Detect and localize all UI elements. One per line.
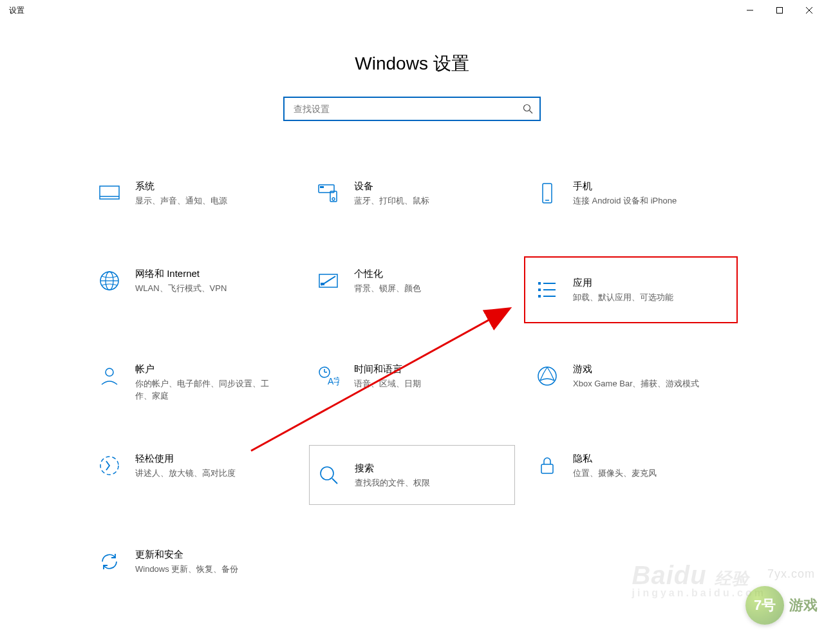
tile-title: 更新和安全: [135, 547, 238, 561]
svg-point-4: [524, 105, 530, 111]
svg-rect-19: [538, 282, 541, 285]
svg-line-33: [332, 478, 337, 484]
time-language-icon: A字: [315, 363, 341, 389]
tile-title: 时间和语言: [354, 362, 421, 375]
tile-desc: 显示、声音、通知、电源: [135, 195, 227, 207]
svg-text:A字: A字: [328, 376, 339, 386]
tile-update-security[interactable]: 更新和安全 Windows 更新、恢复、备份: [90, 541, 296, 592]
tile-title: 应用: [573, 276, 673, 289]
watermark-badge: 7号: [745, 586, 784, 625]
tile-desc: 讲述人、放大镜、高对比度: [135, 468, 236, 480]
svg-point-30: [538, 367, 556, 385]
tile-network[interactable]: 网络和 Internet WLAN、飞行模式、VPN: [90, 260, 296, 319]
tile-ease-of-access[interactable]: 轻松使用 讲述人、放大镜、高对比度: [90, 445, 296, 506]
settings-grid: 系统 显示、声音、通知、电源 设备 蓝牙、打印机、鼠标 手机 连接 Androi…: [90, 173, 734, 592]
search-input[interactable]: [292, 103, 523, 115]
close-icon: [806, 7, 812, 14]
tile-title: 轻松使用: [135, 451, 236, 465]
tile-title: 网络和 Internet: [135, 267, 227, 280]
tile-desc: 位置、摄像头、麦克风: [573, 468, 657, 480]
apps-icon: [534, 277, 560, 303]
tile-apps[interactable]: 应用 卸载、默认应用、可选功能: [528, 260, 734, 319]
tile-desc: 背景、锁屏、颜色: [354, 283, 421, 295]
svg-rect-6: [100, 186, 119, 199]
system-icon: [97, 180, 122, 206]
svg-rect-21: [538, 289, 541, 291]
tile-system[interactable]: 系统 显示、声音、通知、电源: [90, 173, 296, 224]
tile-desc: 你的帐户、电子邮件、同步设置、工作、家庭: [135, 378, 270, 402]
tile-search[interactable]: 搜索 查找我的文件、权限: [309, 445, 515, 506]
tile-title: 个性化: [354, 267, 421, 280]
tile-time-language[interactable]: A字 时间和语言 语音、区域、日期: [309, 355, 515, 409]
search-box[interactable]: [283, 97, 541, 121]
window-title: 设置: [9, 5, 24, 16]
maximize-button[interactable]: [765, 0, 794, 21]
tile-desc: Xbox Game Bar、捕获、游戏模式: [573, 378, 700, 390]
tile-desc: WLAN、飞行模式、VPN: [135, 283, 227, 295]
svg-point-11: [332, 198, 335, 200]
tile-desc: 卸载、默认应用、可选功能: [573, 292, 673, 304]
tile-title: 搜索: [355, 461, 430, 475]
personalization-icon: [315, 268, 341, 294]
svg-rect-18: [321, 283, 324, 285]
minimize-icon: [747, 7, 753, 14]
page-heading: Windows 设置: [0, 52, 824, 76]
minimize-button[interactable]: [735, 0, 765, 21]
window-controls: [735, 0, 824, 21]
tile-desc: 连接 Android 设备和 iPhone: [573, 195, 677, 207]
privacy-icon: [534, 453, 560, 478]
tile-title: 系统: [135, 179, 227, 193]
svg-point-25: [106, 368, 113, 376]
update-icon: [97, 549, 122, 574]
svg-rect-9: [320, 186, 324, 188]
gaming-icon: [534, 363, 560, 389]
tile-devices[interactable]: 设备 蓝牙、打印机、鼠标: [309, 173, 515, 224]
watermark-site-url: 7yx.com: [767, 567, 815, 581]
tile-title: 设备: [354, 179, 429, 193]
tile-desc: 蓝牙、打印机、鼠标: [354, 195, 429, 207]
devices-icon: [315, 180, 341, 206]
tile-title: 隐私: [573, 451, 657, 465]
tile-personalization[interactable]: 个性化 背景、锁屏、颜色: [309, 260, 515, 319]
watermark-text: 游戏: [789, 596, 818, 615]
svg-rect-34: [541, 464, 553, 473]
watermark-site: 7号 游戏: [745, 586, 818, 625]
svg-rect-23: [538, 295, 541, 298]
search-icon: [523, 104, 533, 114]
tile-gaming[interactable]: 游戏 Xbox Game Bar、捕获、游戏模式: [528, 355, 734, 409]
tile-phone[interactable]: 手机 连接 Android 设备和 iPhone: [528, 173, 734, 224]
accounts-icon: [97, 363, 122, 389]
tile-desc: 查找我的文件、权限: [355, 477, 430, 489]
tile-accounts[interactable]: 帐户 你的帐户、电子邮件、同步设置、工作、家庭: [90, 355, 296, 409]
tile-privacy[interactable]: 隐私 位置、摄像头、麦克风: [528, 445, 734, 506]
svg-point-32: [321, 467, 333, 480]
globe-icon: [97, 268, 122, 294]
ease-of-access-icon: [97, 453, 122, 478]
maximize-icon: [776, 7, 783, 14]
tile-desc: Windows 更新、恢复、备份: [135, 564, 238, 576]
search-category-icon: [316, 462, 342, 488]
title-bar: 设置: [0, 0, 824, 21]
tile-title: 手机: [573, 179, 677, 193]
svg-rect-1: [777, 8, 783, 14]
close-button[interactable]: [794, 0, 824, 21]
svg-line-5: [530, 111, 533, 114]
tile-title: 游戏: [573, 362, 700, 375]
tile-desc: 语音、区域、日期: [354, 378, 421, 390]
phone-icon: [534, 180, 560, 206]
tile-title: 帐户: [135, 362, 270, 375]
